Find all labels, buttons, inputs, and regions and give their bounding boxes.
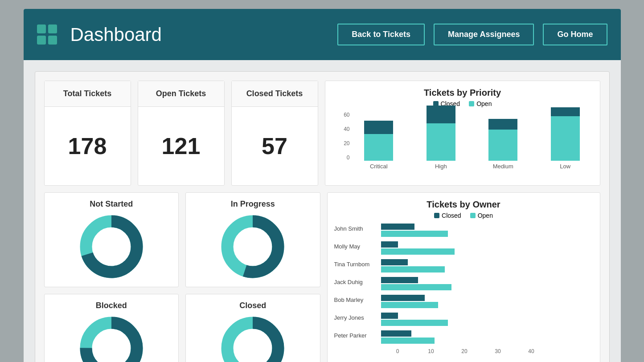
closed-tickets-card: Closed Tickets 57 <box>231 81 318 186</box>
priority-bar-group-high: High <box>415 106 467 170</box>
main-content: Total Tickets 178 Open Tickets 121 Close… <box>24 60 621 362</box>
blocked-donut <box>78 315 145 362</box>
not-started-title: Not Started <box>90 199 133 209</box>
x-axis-label: 30 <box>481 348 515 354</box>
dashboard-inner: Total Tickets 178 Open Tickets 121 Close… <box>35 71 610 362</box>
priority-bar-label: High <box>435 163 447 170</box>
back-to-tickets-button[interactable]: Back to Tickets <box>337 24 425 45</box>
owner-legend-open: Open <box>470 212 493 219</box>
priority-bar-stack <box>427 106 455 161</box>
in-progress-card: In Progress <box>185 192 320 287</box>
owner-name: Molly May <box>334 243 361 250</box>
total-tickets-value: 178 <box>45 107 131 185</box>
svg-point-11 <box>235 331 270 362</box>
priority-bar-stack <box>551 107 580 161</box>
page-title: Dashboard <box>70 24 329 45</box>
x-axis-label: 0 <box>381 348 414 354</box>
stat-cards: Total Tickets 178 Open Tickets 121 Close… <box>44 81 318 186</box>
priority-open-bar <box>364 134 393 161</box>
priority-closed-bar <box>488 119 517 130</box>
closed-donut-card: Closed <box>185 294 320 362</box>
owner-closed-dot <box>434 213 439 218</box>
owner-open-bar <box>381 320 448 326</box>
owner-open-bar <box>381 248 455 255</box>
owner-row: Peter Parker <box>381 330 591 344</box>
owner-row: Tina Turnbom <box>381 259 591 273</box>
owner-chart-title: Tickets by Owner <box>336 199 591 210</box>
priority-bar-stack <box>488 119 517 161</box>
in-progress-title: In Progress <box>231 199 275 209</box>
owner-closed-bar <box>381 330 411 337</box>
owner-chart-legend: Closed Open <box>336 212 591 219</box>
owner-row: Bob Marley <box>381 295 591 308</box>
owner-closed-bar <box>381 241 398 248</box>
svg-point-2 <box>94 229 129 264</box>
x-axis-label: 10 <box>414 348 448 354</box>
logo-cell-3 <box>37 36 46 45</box>
logo-icon <box>37 24 57 45</box>
owner-row: John Smith <box>381 224 591 237</box>
priority-bar-group-medium: Medium <box>478 119 529 170</box>
x-axis-label: 20 <box>448 348 481 354</box>
not-started-donut <box>78 213 145 280</box>
owner-closed-label: Closed <box>442 212 461 219</box>
priority-bar-label: Low <box>560 163 570 170</box>
y-label-0: 0 <box>339 155 350 161</box>
blocked-card: Blocked <box>44 294 179 362</box>
priority-bar-group-low: Low <box>540 107 591 170</box>
open-tickets-card: Open Tickets 121 <box>138 81 225 186</box>
manage-assignees-button[interactable]: Manage Assignees <box>434 24 534 45</box>
y-label-40: 40 <box>339 126 350 132</box>
priority-open-bar <box>551 116 580 161</box>
closed-donut <box>219 315 286 362</box>
open-tickets-value: 121 <box>138 107 224 185</box>
owner-chart-panel: Tickets by Owner Closed Open John SmithM… <box>327 192 600 362</box>
priority-closed-bar <box>364 121 393 134</box>
owner-closed-bar <box>381 224 414 230</box>
not-started-card: Not Started <box>44 192 179 287</box>
owner-open-bar <box>381 338 435 344</box>
owner-name: Peter Parker <box>334 332 367 339</box>
header: Dashboard Back to Tickets Manage Assigne… <box>24 9 621 60</box>
priority-bar-label: Medium <box>493 163 513 170</box>
owner-name: John Smith <box>334 225 363 232</box>
y-label-60: 60 <box>339 112 350 118</box>
y-label-20: 20 <box>339 140 350 146</box>
priority-closed-bar <box>427 106 455 123</box>
closed-donut-title: Closed <box>239 301 266 310</box>
go-home-button[interactable]: Go Home <box>543 24 607 45</box>
app-window: Dashboard Back to Tickets Manage Assigne… <box>24 9 621 362</box>
closed-tickets-label: Closed Tickets <box>232 81 318 107</box>
open-tickets-label: Open Tickets <box>138 81 224 107</box>
svg-point-5 <box>235 229 270 264</box>
owner-open-dot <box>470 213 476 218</box>
owner-name: Jerry Jones <box>334 314 364 321</box>
owner-name: Jack Duhig <box>334 279 363 285</box>
owner-chart-body: John SmithMolly MayTina TurnbomJack Duhi… <box>336 224 591 354</box>
owner-x-axis: 010203040 <box>381 348 591 354</box>
priority-open-bar <box>488 130 517 161</box>
total-tickets-label: Total Tickets <box>45 81 131 107</box>
priority-chart-title: Tickets by Priority <box>334 88 591 98</box>
open-legend-dot <box>469 101 474 106</box>
owner-open-label: Open <box>478 212 493 219</box>
owner-name: Bob Marley <box>334 297 364 303</box>
owner-closed-bar <box>381 313 398 319</box>
priority-chart-body: 0 20 40 60 CriticalHighMediumLow <box>334 112 591 179</box>
closed-tickets-value: 57 <box>232 107 318 185</box>
x-axis-label: 40 <box>515 348 548 354</box>
logo-cell-4 <box>48 36 57 45</box>
owner-row: Jack Duhig <box>381 277 591 290</box>
svg-point-8 <box>94 331 129 362</box>
owner-open-bar <box>381 284 451 290</box>
bottom-row: Not Started In Progress <box>44 192 600 362</box>
priority-chart-panel: Tickets by Priority Closed Open <box>325 81 600 186</box>
donut-section: Not Started In Progress <box>44 192 320 362</box>
priority-legend-open: Open <box>469 100 492 107</box>
priority-bar-stack <box>364 121 393 161</box>
owner-name: Tina Turnbom <box>334 261 370 268</box>
top-row: Total Tickets 178 Open Tickets 121 Close… <box>44 81 600 186</box>
priority-bar-group-critical: Critical <box>353 121 405 170</box>
total-tickets-card: Total Tickets 178 <box>44 81 131 186</box>
blocked-title: Blocked <box>96 301 127 310</box>
